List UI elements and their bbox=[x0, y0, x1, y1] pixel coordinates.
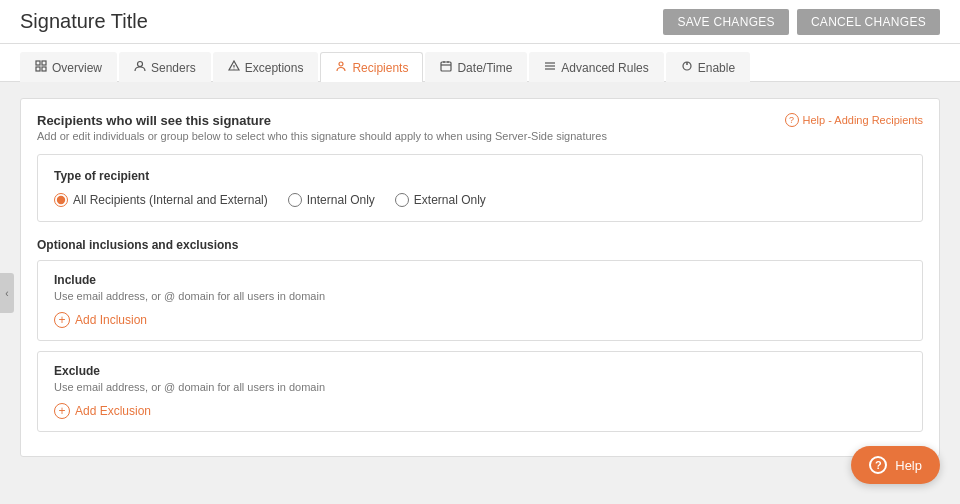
content-panel: Recipients who will see this signature A… bbox=[20, 98, 940, 457]
svg-point-7 bbox=[233, 69, 234, 70]
tab-enable-label: Enable bbox=[698, 61, 735, 75]
svg-point-4 bbox=[138, 62, 143, 67]
help-link-label: Help - Adding Recipients bbox=[803, 114, 923, 126]
save-changes-button[interactable]: SAVE CHANGES bbox=[663, 9, 788, 35]
add-inclusion-button[interactable]: + Add Inclusion bbox=[54, 312, 147, 328]
tab-overview[interactable]: Overview bbox=[20, 52, 117, 82]
tab-datetime[interactable]: Date/Time bbox=[425, 52, 527, 82]
tab-recipients-label: Recipients bbox=[352, 61, 408, 75]
recipient-type-box: Type of recipient All Recipients (Intern… bbox=[37, 154, 923, 222]
svg-rect-0 bbox=[36, 61, 40, 65]
tab-advanced-rules[interactable]: Advanced Rules bbox=[529, 52, 663, 82]
help-adding-recipients-link[interactable]: ? Help - Adding Recipients bbox=[785, 113, 923, 127]
advanced-rules-icon bbox=[544, 60, 556, 75]
help-fab-icon: ? bbox=[869, 456, 887, 474]
svg-rect-3 bbox=[42, 67, 46, 71]
exclude-desc: Use email address, or @ domain for all u… bbox=[54, 381, 906, 393]
panel-info: Recipients who will see this signature A… bbox=[37, 113, 607, 142]
overview-icon bbox=[35, 60, 47, 75]
cancel-changes-button[interactable]: CANCEL CHANGES bbox=[797, 9, 940, 35]
add-exclusion-icon: + bbox=[54, 403, 70, 419]
include-box: Include Use email address, or @ domain f… bbox=[37, 260, 923, 341]
panel-header: Recipients who will see this signature A… bbox=[37, 113, 923, 142]
exclude-box: Exclude Use email address, or @ domain f… bbox=[37, 351, 923, 432]
tab-enable[interactable]: Enable bbox=[666, 52, 750, 82]
radio-all-recipients[interactable]: All Recipients (Internal and External) bbox=[54, 193, 268, 207]
page-title: Signature Title bbox=[20, 10, 148, 33]
add-exclusion-label: Add Exclusion bbox=[75, 404, 151, 418]
tab-datetime-label: Date/Time bbox=[457, 61, 512, 75]
tab-exceptions-label: Exceptions bbox=[245, 61, 304, 75]
radio-external-input[interactable] bbox=[395, 193, 409, 207]
exclude-label: Exclude bbox=[54, 364, 906, 378]
radio-group: All Recipients (Internal and External) I… bbox=[54, 193, 906, 207]
senders-icon bbox=[134, 60, 146, 75]
radio-internal-label: Internal Only bbox=[307, 193, 375, 207]
recipient-type-title: Type of recipient bbox=[54, 169, 906, 183]
svg-rect-1 bbox=[42, 61, 46, 65]
top-actions: SAVE CHANGES CANCEL CHANGES bbox=[663, 9, 940, 35]
tabs-bar: Overview Senders Exceptions Recipients D… bbox=[0, 44, 960, 82]
radio-internal-only[interactable]: Internal Only bbox=[288, 193, 375, 207]
recipients-icon bbox=[335, 60, 347, 75]
add-inclusion-icon: + bbox=[54, 312, 70, 328]
radio-all-label: All Recipients (Internal and External) bbox=[73, 193, 268, 207]
radio-internal-input[interactable] bbox=[288, 193, 302, 207]
exceptions-icon bbox=[228, 60, 240, 75]
tab-exceptions[interactable]: Exceptions bbox=[213, 52, 319, 82]
include-desc: Use email address, or @ domain for all u… bbox=[54, 290, 906, 302]
panel-subtitle: Add or edit individuals or group below t… bbox=[37, 130, 607, 142]
tab-recipients[interactable]: Recipients bbox=[320, 52, 423, 82]
enable-icon bbox=[681, 60, 693, 75]
panel-title: Recipients who will see this signature bbox=[37, 113, 607, 128]
optional-section-title: Optional inclusions and exclusions bbox=[37, 238, 923, 252]
svg-rect-9 bbox=[441, 62, 451, 71]
svg-rect-2 bbox=[36, 67, 40, 71]
add-inclusion-label: Add Inclusion bbox=[75, 313, 147, 327]
svg-point-8 bbox=[339, 62, 343, 66]
collapse-handle[interactable]: ‹ bbox=[0, 273, 14, 313]
help-circle-icon: ? bbox=[785, 113, 799, 127]
help-fab-button[interactable]: ? Help bbox=[851, 446, 940, 484]
tab-overview-label: Overview bbox=[52, 61, 102, 75]
tab-senders-label: Senders bbox=[151, 61, 196, 75]
include-label: Include bbox=[54, 273, 906, 287]
datetime-icon bbox=[440, 60, 452, 75]
add-exclusion-button[interactable]: + Add Exclusion bbox=[54, 403, 151, 419]
tab-senders[interactable]: Senders bbox=[119, 52, 211, 82]
help-fab-label: Help bbox=[895, 458, 922, 473]
tab-advanced-rules-label: Advanced Rules bbox=[561, 61, 648, 75]
radio-external-label: External Only bbox=[414, 193, 486, 207]
main-content: ‹ Recipients who will see this signature… bbox=[0, 82, 960, 504]
radio-external-only[interactable]: External Only bbox=[395, 193, 486, 207]
top-bar: Signature Title SAVE CHANGES CANCEL CHAN… bbox=[0, 0, 960, 44]
radio-all-input[interactable] bbox=[54, 193, 68, 207]
